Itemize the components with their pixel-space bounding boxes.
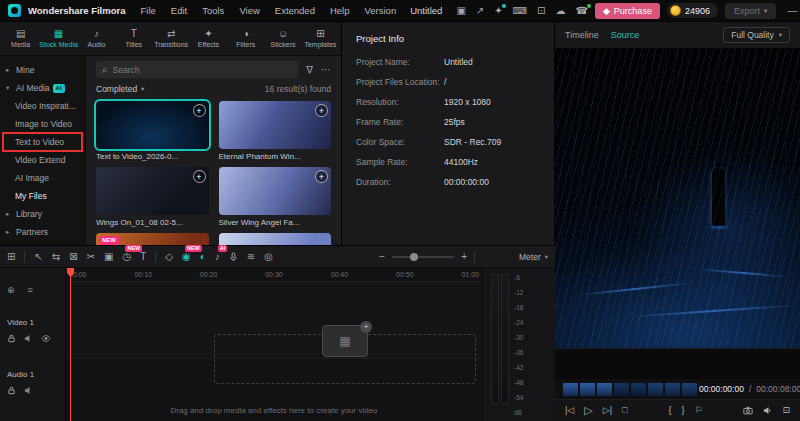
media-thumbnail[interactable] — [219, 233, 332, 245]
sidebar-item-text-to-video[interactable]: Text to Video — [0, 133, 85, 151]
media-card[interactable] — [219, 233, 332, 245]
audio-mixer-icon[interactable]: ≋ — [247, 252, 255, 262]
tab-transitions[interactable]: ⇄Transitions — [152, 22, 189, 55]
media-card[interactable]: + Text to Video_2026-0... — [96, 101, 209, 161]
lock-track-icon[interactable] — [7, 331, 16, 346]
add-to-timeline-button[interactable]: + — [193, 104, 206, 117]
tab-templates[interactable]: ⊞Templates — [302, 22, 339, 55]
crop-icon[interactable]: ▣ — [104, 252, 113, 262]
media-thumbnail[interactable]: + — [96, 167, 209, 215]
gift-icon[interactable]: ▣ — [456, 6, 465, 16]
mute-track-icon[interactable] — [24, 331, 33, 346]
smart-cutout-icon[interactable]: ◐ — [200, 252, 206, 262]
cloud-backup-icon[interactable]: ☁ — [555, 6, 565, 16]
hide-track-icon[interactable] — [41, 331, 51, 346]
filter-icon[interactable]: ∇ — [306, 64, 313, 75]
purchase-button[interactable]: ◆ Purchase — [595, 3, 660, 19]
sidebar-item-image-to-video[interactable]: Image to Video — [0, 115, 85, 133]
keyframe-icon[interactable]: ◇ — [165, 252, 173, 262]
status-filter-dropdown[interactable]: Completed ▾ — [96, 84, 144, 94]
tab-stickers[interactable]: ☺Stickers — [264, 22, 301, 55]
menu-version[interactable]: Version — [365, 5, 397, 16]
menu-extended[interactable]: Extended — [275, 5, 315, 16]
mute-button[interactable] — [763, 406, 772, 415]
fullscreen-button[interactable]: ⊡ — [782, 406, 790, 415]
text-tool-icon[interactable]: T — [140, 252, 146, 262]
display-icon[interactable]: ⊡ — [537, 6, 545, 16]
mute-track-icon[interactable] — [24, 383, 33, 398]
tab-filters[interactable]: ◑Filters — [227, 22, 264, 55]
tab-timeline-preview[interactable]: Timeline — [565, 30, 599, 40]
zoom-slider[interactable] — [392, 256, 454, 258]
quality-dropdown[interactable]: Full Quality ▾ — [723, 27, 790, 43]
menu-tools[interactable]: Tools — [202, 5, 224, 16]
screen-record-icon[interactable]: ◎ — [264, 252, 273, 262]
support-icon[interactable]: ☎ — [575, 6, 587, 16]
tab-source-preview[interactable]: Source — [611, 30, 640, 40]
sidebar-item-library[interactable]: ▸Library — [0, 205, 85, 223]
sidebar-item-ai-image[interactable]: AI Image — [0, 169, 85, 187]
speed-ramp-icon[interactable]: ◷NEW — [122, 252, 131, 262]
add-to-timeline-button[interactable]: + — [315, 170, 328, 183]
time-ruler[interactable]: 00:00 00:10 00:20 00:30 00:40 00:50 01:0… — [66, 268, 482, 282]
menu-edit[interactable]: Edit — [171, 5, 187, 16]
media-thumbnail[interactable]: + — [219, 101, 332, 149]
tab-effects[interactable]: ✦Effects — [190, 22, 227, 55]
zoom-slider-thumb[interactable] — [410, 253, 418, 261]
media-placeholder-icon[interactable]: ▦+ — [322, 325, 368, 357]
sidebar-item-video-inspiration[interactable]: Video Inspirati... — [0, 97, 85, 115]
sidebar-item-my-files[interactable]: My Files — [0, 187, 85, 205]
toggle-media-panel-icon[interactable]: ⊞ — [7, 252, 15, 262]
coin-balance[interactable]: 24906 — [667, 3, 718, 18]
playhead[interactable] — [70, 268, 71, 421]
menu-file[interactable]: File — [141, 5, 156, 16]
more-options-icon[interactable]: ⋯ — [321, 64, 331, 75]
media-card[interactable]: + Silver Wing Angel Fa... — [219, 167, 332, 227]
keyboard-shortcut-icon[interactable]: ⌨ — [513, 6, 527, 16]
snapshot-button[interactable] — [743, 406, 753, 415]
add-marker-button[interactable]: ⚐ — [694, 406, 702, 415]
meter-toggle[interactable]: Meter ▾ — [482, 252, 548, 262]
minimize-button[interactable]: — — [787, 5, 797, 16]
zoom-in-icon[interactable]: + — [461, 252, 467, 262]
media-thumbnail[interactable]: NEW Free Zero Fruits — [96, 233, 209, 245]
add-to-timeline-button[interactable]: + — [315, 104, 328, 117]
mark-in-button[interactable]: { — [668, 406, 671, 415]
share-icon[interactable]: ↗ — [476, 6, 484, 16]
sidebar-item-partners[interactable]: ▸Partners — [0, 223, 85, 241]
ripple-edit-icon[interactable]: ⇆ — [52, 252, 60, 262]
select-tool-icon[interactable]: ↖ — [34, 252, 42, 262]
media-card[interactable]: NEW Free Zero Fruits — [96, 233, 209, 245]
track-area[interactable]: 00:00 00:10 00:20 00:30 00:40 00:50 01:0… — [66, 268, 482, 421]
delete-icon[interactable]: ⊠ — [69, 252, 77, 262]
split-icon[interactable]: ✂ — [87, 252, 95, 262]
menu-help[interactable]: Help — [330, 5, 350, 16]
media-card[interactable]: + Wings On_01_08 02-5... — [96, 167, 209, 227]
tab-titles[interactable]: TTitles — [115, 22, 152, 55]
play-button[interactable]: ▷ — [584, 405, 592, 416]
zoom-out-icon[interactable]: − — [379, 252, 385, 262]
ai-credits-icon[interactable]: ✦ — [494, 6, 502, 16]
mark-out-button[interactable]: } — [681, 406, 684, 415]
tab-media[interactable]: ▤Media — [2, 22, 39, 55]
search-box[interactable]: ⌕ — [96, 61, 298, 78]
media-card[interactable]: + Eternal Phantom Win... — [219, 101, 332, 161]
sidebar-item-mine[interactable]: ▸Mine — [0, 61, 85, 79]
add-to-timeline-button[interactable]: + — [193, 170, 206, 183]
chroma-key-icon[interactable]: ◉NEW — [182, 252, 191, 262]
media-thumbnail[interactable]: + — [96, 101, 209, 149]
ai-audio-icon[interactable]: ♪AI — [215, 252, 220, 262]
tab-stock-media[interactable]: ▦Stock Media — [39, 22, 78, 55]
voiceover-icon[interactable] — [229, 252, 238, 262]
step-backward-button[interactable]: |◁ — [565, 406, 574, 415]
sidebar-item-video-extend[interactable]: Video Extend — [0, 151, 85, 169]
step-forward-button[interactable]: ▷| — [603, 406, 612, 415]
menu-view[interactable]: View — [239, 5, 259, 16]
sidebar-item-ai-media[interactable]: ▾AI MediaAI — [0, 79, 85, 97]
media-thumbnail[interactable]: + — [219, 167, 332, 215]
search-input[interactable] — [113, 65, 293, 75]
track-manager-icon[interactable]: ≡ — [28, 285, 33, 295]
media-drop-zone[interactable]: ▦+ — [214, 334, 476, 384]
source-filmstrip[interactable]: 00:00:00:00 / 00:00:08:00 — [555, 379, 800, 399]
export-button[interactable]: Export ▾ — [725, 3, 776, 19]
